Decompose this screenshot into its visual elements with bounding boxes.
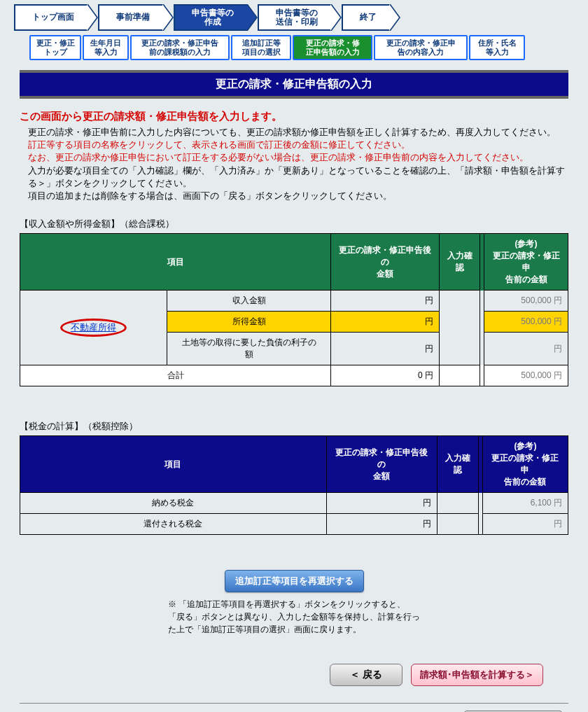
sub-step-1[interactable]: 更正・修正 トップ [29,35,81,60]
intro-heading: この画面から更正の請求額・修正申告額を入力します。 [20,110,568,123]
top-step-5[interactable]: 終了 [342,4,391,31]
tax-table: 項目 更正の請求・修正申告後の 金額 入力確認 (参考) 更正の請求・修正申 告… [20,435,568,535]
confirm-cell [440,291,480,365]
row-ref: 500,000 円 [484,312,568,333]
row-after: 円 [326,514,437,535]
confirm-cell [437,493,478,514]
sub-step-3[interactable]: 更正の請求・修正申告 前の課税額の入力 [130,35,230,60]
sub-step-7[interactable]: 住所・氏名 等入力 [469,35,525,60]
row-after: 円 [331,291,440,312]
intro-p3: なお、更正の請求か修正申告において訂正をする必要がない場合は、更正の請求・修正申… [28,151,568,164]
item-group-cell: 不動産所得 [20,291,167,365]
th-item: 項目 [20,436,327,493]
total-label: 合計 [20,365,331,386]
row-ref: 500,000 円 [484,291,568,312]
page-title: 更正の請求・修正申告額の入力 [20,70,568,99]
row-ref: 円 [482,514,568,535]
back-button[interactable]: ＜ 戻る [330,664,402,686]
sub-step-5[interactable]: 更正の請求・修 正申告額の入力 [293,35,372,60]
row-after: 円 [331,312,440,333]
total-confirm [440,365,480,386]
th-after: 更正の請求・修正申告後の 金額 [326,436,437,493]
th-ref: (参考) 更正の請求・修正申 告前の金額 [482,436,568,493]
row-after: 円 [331,333,440,365]
top-progress-nav: トップ画面 事前準備 申告書等の 作成 申告書等の 送信・印刷 終了 [0,0,588,35]
calculate-button[interactable]: 請求額･申告額を計算する＞ [411,664,543,686]
row-label: 所得金額 [167,312,331,333]
sub-step-6[interactable]: 更正の請求・修正申 告の内容入力 [374,35,468,60]
intro-p2: 訂正等する項目の名称をクリックして、表示される画面で訂正後の金額に修正してくださ… [28,139,568,151]
total-after: 0 円 [331,365,440,386]
top-step-2[interactable]: 事前準備 [98,4,164,31]
top-step-1[interactable]: トップ画面 [14,4,88,31]
total-ref: 500,000 円 [484,365,568,386]
th-ref: (参考) 更正の請求・修正申 告前の金額 [484,234,568,291]
row-ref: 6,100 円 [482,493,568,514]
real-estate-income-link[interactable]: 不動産所得 [60,319,127,337]
row-ref: 円 [484,333,568,365]
sub-step-2[interactable]: 生年月日 等入力 [83,35,129,60]
top-step-4[interactable]: 申告書等の 送信・印刷 [258,4,332,31]
section2-label: 【税金の計算】（税額控除） [20,420,568,433]
intro-p5: 項目の追加または削除をする場合は、画面下の「戻る」ボタンをクリックしてください。 [28,190,568,202]
sub-progress-nav: 更正・修正 トップ 生年月日 等入力 更正の請求・修正申告 前の課税額の入力 追… [0,35,588,64]
row-after: 円 [326,493,437,514]
intro-p4: 入力が必要な項目全ての「入力確認」欄が、「入力済み」か「更新あり」となっているこ… [28,165,568,190]
reselect-note: ※ 「追加訂正等項目を再選択する」ボタンをクリックすると、「戻る」ボタンとは異な… [168,598,420,636]
row-label: 収入金額 [167,291,331,312]
th-confirm: 入力確認 [437,436,478,493]
sub-step-4[interactable]: 追加訂正等 項目の選択 [231,35,291,60]
th-item: 項目 [20,234,331,291]
intro-p1: 更正の請求・修正申告前に入力した内容についても、更正の請求額か修正申告額を正しく… [28,126,568,139]
confirm-cell [437,514,478,535]
top-step-3[interactable]: 申告書等の 作成 [174,4,248,31]
row-label: 納める税金 [20,493,327,514]
row-label: 土地等の取得に要した負債の利子の 額 [167,333,331,365]
income-table: 項目 更正の請求・修正申告後の 金額 入力確認 (参考) 更正の請求・修正申 告… [20,233,568,386]
th-after: 更正の請求・修正申告後の 金額 [331,234,440,291]
reselect-items-button[interactable]: 追加訂正等項目を再選択する [225,570,364,592]
th-confirm: 入力確認 [440,234,480,291]
section1-label: 【収入金額や所得金額】（総合課税） [20,218,568,230]
row-label: 還付される税金 [20,514,327,535]
